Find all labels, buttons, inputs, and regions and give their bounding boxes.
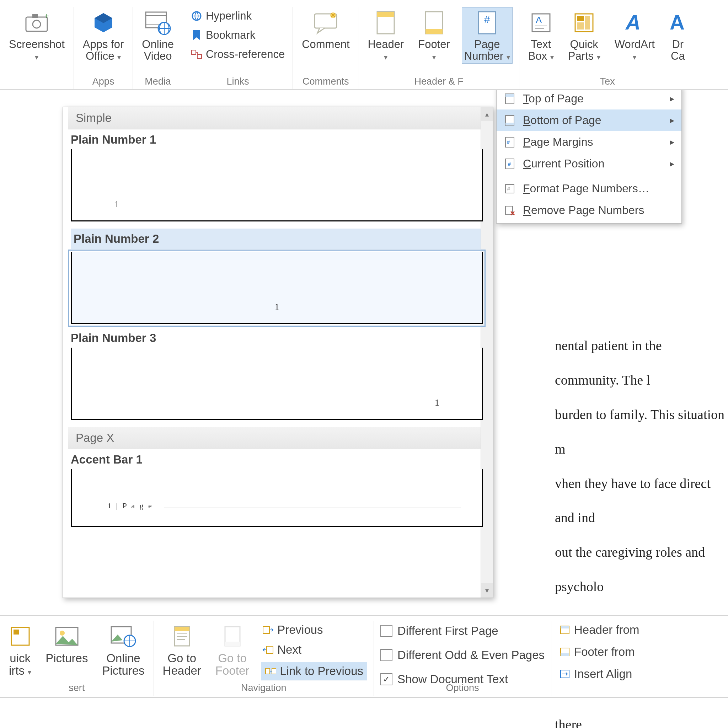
gallery-category-pagex: Page X xyxy=(68,427,486,449)
submenu-arrow-icon: ▸ xyxy=(670,115,674,126)
scroll-up-icon[interactable]: ▴ xyxy=(481,107,493,121)
screenshot-label: Screenshot xyxy=(9,38,65,50)
page-bottom-icon xyxy=(504,115,516,127)
online-pictures-button[interactable]: Online Pictures xyxy=(99,621,147,679)
picture-icon xyxy=(54,622,79,650)
different-first-page-checkbox[interactable]: Different First Page xyxy=(380,622,544,640)
accent-line xyxy=(164,508,461,508)
scroll-down-icon[interactable]: ▾ xyxy=(481,583,493,598)
header-from-top-field[interactable]: Header from xyxy=(558,622,641,638)
menu-format-page-numbers[interactable]: # Format Page Numbers…Format Page Number… xyxy=(497,178,681,199)
hyperlink-button[interactable]: Hyperlink xyxy=(190,9,286,23)
previous-icon xyxy=(262,624,274,636)
svg-rect-12 xyxy=(197,54,202,59)
svg-rect-34 xyxy=(505,122,514,125)
menu-current-position[interactable]: # Current PositionCurrent Position ▸ xyxy=(497,153,681,174)
drop-cap-button[interactable]: A Dr Ca xyxy=(667,7,689,64)
cross-reference-button[interactable]: Cross-reference xyxy=(190,47,286,62)
svg-text:#: # xyxy=(507,186,510,191)
svg-rect-16 xyxy=(377,12,394,17)
link-to-previous-button[interactable]: Link to Previous xyxy=(261,662,367,681)
different-odd-even-checkbox[interactable]: Different Odd & Even Pages xyxy=(380,646,544,664)
pictures-button[interactable]: Pictures xyxy=(43,621,90,667)
group-label xyxy=(598,682,601,693)
svg-text:#: # xyxy=(508,161,511,167)
label: Go to Footer xyxy=(216,652,249,677)
hyperlink-icon xyxy=(191,10,202,22)
footer-from-bottom-field[interactable]: Footer from xyxy=(558,644,641,660)
svg-text:+: + xyxy=(44,12,49,20)
previous-section-button[interactable]: Previous xyxy=(261,622,367,638)
wordart-button[interactable]: A WordArt▾ xyxy=(612,7,657,64)
page-number-button[interactable]: # Page Number ▾ xyxy=(462,7,512,64)
menu-label: Format Page Numbers…Format Page Numbers… xyxy=(523,182,650,195)
gallery-item-plain-number-3[interactable]: Plain Number 3 1 xyxy=(68,331,486,420)
online-video-button[interactable]: Online Video xyxy=(139,7,176,64)
svg-text:#: # xyxy=(507,139,510,145)
gallery-item-title: Plain Number 3 xyxy=(71,331,483,345)
doc-line: out the caregiving roles and psycholo xyxy=(555,535,728,604)
svg-text:#: # xyxy=(484,14,490,25)
comment-button[interactable]: Comment xyxy=(299,7,352,52)
svg-text:A: A xyxy=(536,15,542,25)
doc-line: vhen they have to face direct and ind xyxy=(555,466,728,535)
insert-alignment-tab-button[interactable]: Insert Align xyxy=(558,666,641,682)
group-label-links: Links xyxy=(227,76,249,87)
label: Footer from xyxy=(574,645,635,659)
footer-button[interactable]: Footer▾ xyxy=(416,7,453,64)
chevron-down-icon: ▾ xyxy=(506,54,510,61)
goto-footer-button[interactable]: Go to Footer xyxy=(213,621,252,679)
page-margins-icon: # xyxy=(504,136,516,148)
header-button[interactable]: Header▾ xyxy=(366,7,407,64)
text-box-button[interactable]: A Text Box ▾ xyxy=(526,7,556,64)
quick-parts-icon xyxy=(573,9,595,37)
preview-page-number: 1 xyxy=(275,302,279,312)
preview-page-number: 1 xyxy=(115,199,119,210)
svg-rect-28 xyxy=(577,22,584,29)
gallery-item-accent-bar-1[interactable]: Accent Bar 1 1 | P a g e xyxy=(68,453,486,527)
footer-position-icon xyxy=(559,646,570,658)
chevron-down-icon: ▾ xyxy=(28,668,31,676)
menu-bottom-of-page[interactable]: Bottom of PageBottom of Page ▸ xyxy=(497,110,681,131)
menu-remove-page-numbers[interactable]: Remove Page NumbersRemove Page Numbers xyxy=(497,199,681,221)
checkbox-icon xyxy=(380,625,392,637)
chevron-down-icon: ▾ xyxy=(432,54,436,61)
gallery-preview: 1 xyxy=(71,348,483,420)
svg-point-2 xyxy=(33,20,41,28)
gallery-item-plain-number-2[interactable]: Plain Number 2 1 xyxy=(68,229,486,324)
header-position-icon xyxy=(559,624,570,636)
gallery-item-plain-number-1[interactable]: Plain Number 1 1 xyxy=(68,133,486,222)
quick-parts-hft-button[interactable]: uick irts ▾ xyxy=(6,621,34,679)
gallery-preview: 1 xyxy=(71,252,483,324)
menu-page-margins[interactable]: # Page MarginsPage Margins ▸ xyxy=(497,131,681,153)
svg-rect-49 xyxy=(174,627,190,631)
svg-rect-1 xyxy=(32,14,38,18)
submenu-arrow-icon: ▸ xyxy=(670,93,674,104)
crossref-label: Cross-reference xyxy=(206,48,285,61)
wordart-icon: A xyxy=(623,9,646,37)
svg-rect-11 xyxy=(191,50,196,54)
goto-header-icon xyxy=(173,622,191,650)
footer-icon xyxy=(424,9,444,37)
apps-icon xyxy=(91,9,116,37)
submenu-arrow-icon: ▸ xyxy=(670,158,674,169)
screenshot-button[interactable]: + Screenshot▾ xyxy=(6,7,67,64)
svg-rect-41 xyxy=(505,206,512,215)
bookmark-button[interactable]: Bookmark xyxy=(190,28,286,43)
group-label-insert: sert xyxy=(69,682,85,693)
link-icon xyxy=(265,665,276,677)
group-label-media: Media xyxy=(145,76,171,87)
label: Different Odd & Even Pages xyxy=(398,648,544,662)
goto-header-button[interactable]: Go to Header xyxy=(160,621,204,679)
label: Link to Previous xyxy=(280,664,363,678)
gallery-item-title: Plain Number 2 xyxy=(71,229,483,249)
menu-label: Page MarginsPage Margins xyxy=(523,135,593,148)
bookmark-label: Bookmark xyxy=(206,29,255,41)
quick-parts-button[interactable]: Quick Parts ▾ xyxy=(566,7,603,64)
apps-for-office-button[interactable]: Apps for Office ▾ xyxy=(80,7,126,64)
svg-rect-27 xyxy=(585,16,590,29)
next-section-button[interactable]: Next xyxy=(261,642,367,658)
svg-rect-58 xyxy=(272,668,276,674)
menu-top-of-page[interactable]: TTop of Pageop of Page ▸ xyxy=(497,88,681,110)
group-label-comments: Comments xyxy=(303,76,349,87)
